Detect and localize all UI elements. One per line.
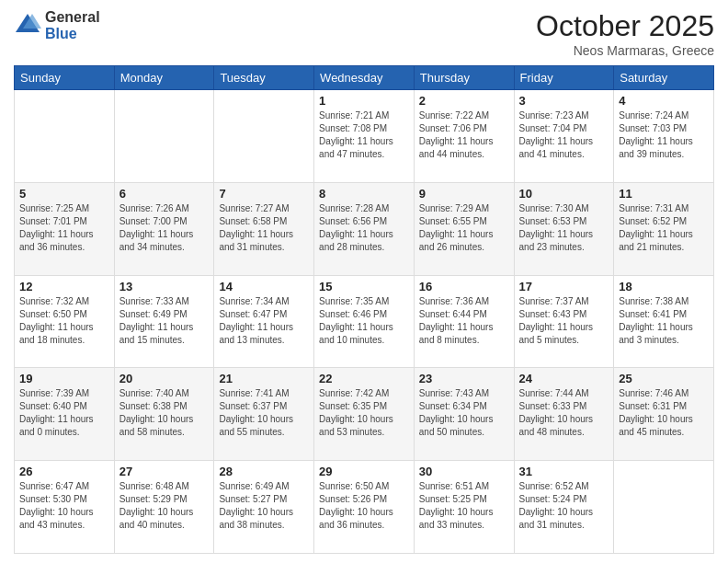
day-number: 6	[119, 187, 210, 201]
day-info: Sunrise: 7:29 AM Sunset: 6:55 PM Dayligh…	[419, 202, 509, 254]
day-info: Sunrise: 7:44 AM Sunset: 6:33 PM Dayligh…	[519, 387, 609, 439]
day-number: 14	[219, 280, 309, 293]
day-info: Sunrise: 7:43 AM Sunset: 6:34 PM Dayligh…	[419, 387, 509, 439]
calendar-cell: 3Sunrise: 7:23 AM Sunset: 7:04 PM Daylig…	[514, 90, 614, 183]
calendar-cell: 17Sunrise: 7:37 AM Sunset: 6:43 PM Dayli…	[514, 275, 614, 368]
day-number: 13	[119, 280, 210, 293]
day-number: 9	[419, 187, 509, 201]
calendar-week-2: 5Sunrise: 7:25 AM Sunset: 7:01 PM Daylig…	[15, 182, 714, 275]
calendar-week-4: 19Sunrise: 7:39 AM Sunset: 6:40 PM Dayli…	[15, 368, 714, 461]
day-info: Sunrise: 7:46 AM Sunset: 6:31 PM Dayligh…	[619, 387, 709, 439]
day-number: 19	[19, 372, 109, 385]
day-number: 30	[419, 465, 509, 478]
calendar-cell: 6Sunrise: 7:26 AM Sunset: 7:00 PM Daylig…	[114, 182, 214, 275]
calendar-cell: 7Sunrise: 7:27 AM Sunset: 6:58 PM Daylig…	[214, 182, 314, 275]
day-number: 1	[319, 94, 409, 108]
day-info: Sunrise: 6:50 AM Sunset: 5:26 PM Dayligh…	[319, 480, 409, 532]
logo-text: General Blue	[45, 9, 100, 41]
day-number: 3	[519, 94, 609, 108]
day-number: 26	[19, 465, 109, 478]
day-number: 23	[419, 372, 509, 385]
logo: General Blue	[14, 9, 100, 41]
calendar-cell	[214, 90, 314, 183]
day-info: Sunrise: 7:32 AM Sunset: 6:50 PM Dayligh…	[19, 295, 109, 347]
calendar-cell: 8Sunrise: 7:28 AM Sunset: 6:56 PM Daylig…	[314, 182, 415, 275]
day-number: 31	[519, 465, 609, 478]
calendar-cell: 20Sunrise: 7:40 AM Sunset: 6:38 PM Dayli…	[114, 368, 214, 461]
day-info: Sunrise: 6:51 AM Sunset: 5:25 PM Dayligh…	[419, 480, 509, 532]
day-number: 17	[519, 280, 609, 293]
day-info: Sunrise: 7:22 AM Sunset: 7:06 PM Dayligh…	[419, 109, 509, 161]
calendar-cell: 22Sunrise: 7:42 AM Sunset: 6:35 PM Dayli…	[314, 368, 415, 461]
day-info: Sunrise: 7:23 AM Sunset: 7:04 PM Dayligh…	[519, 109, 609, 161]
day-number: 12	[19, 280, 109, 293]
calendar-cell: 5Sunrise: 7:25 AM Sunset: 7:01 PM Daylig…	[15, 182, 115, 275]
calendar-cell: 30Sunrise: 6:51 AM Sunset: 5:25 PM Dayli…	[414, 461, 514, 554]
calendar-cell: 26Sunrise: 6:47 AM Sunset: 5:30 PM Dayli…	[15, 461, 115, 554]
day-number: 22	[319, 372, 409, 385]
day-info: Sunrise: 7:34 AM Sunset: 6:47 PM Dayligh…	[219, 295, 309, 347]
day-number: 27	[119, 465, 210, 478]
day-info: Sunrise: 7:39 AM Sunset: 6:40 PM Dayligh…	[19, 387, 109, 439]
title-area: October 2025 Neos Marmaras, Greece	[536, 9, 714, 58]
day-info: Sunrise: 7:36 AM Sunset: 6:44 PM Dayligh…	[419, 295, 509, 347]
calendar-cell: 19Sunrise: 7:39 AM Sunset: 6:40 PM Dayli…	[15, 368, 115, 461]
day-number: 8	[319, 187, 409, 201]
page: General Blue October 2025 Neos Marmaras,…	[0, 0, 728, 563]
day-info: Sunrise: 6:52 AM Sunset: 5:24 PM Dayligh…	[519, 480, 609, 532]
calendar: Sunday Monday Tuesday Wednesday Thursday…	[14, 65, 714, 554]
day-info: Sunrise: 7:30 AM Sunset: 6:53 PM Dayligh…	[519, 202, 609, 254]
col-wednesday: Wednesday	[314, 66, 415, 90]
calendar-cell: 1Sunrise: 7:21 AM Sunset: 7:08 PM Daylig…	[314, 90, 415, 183]
calendar-week-5: 26Sunrise: 6:47 AM Sunset: 5:30 PM Dayli…	[15, 461, 714, 554]
location: Neos Marmaras, Greece	[536, 43, 714, 58]
day-number: 25	[619, 372, 709, 385]
month-title: October 2025	[536, 9, 714, 43]
col-monday: Monday	[114, 66, 214, 90]
day-number: 10	[519, 187, 609, 201]
logo-general: General	[45, 9, 100, 26]
calendar-cell: 28Sunrise: 6:49 AM Sunset: 5:27 PM Dayli…	[214, 461, 314, 554]
day-info: Sunrise: 7:26 AM Sunset: 7:00 PM Dayligh…	[119, 202, 210, 254]
calendar-cell: 31Sunrise: 6:52 AM Sunset: 5:24 PM Dayli…	[514, 461, 614, 554]
calendar-cell: 24Sunrise: 7:44 AM Sunset: 6:33 PM Dayli…	[514, 368, 614, 461]
calendar-cell: 12Sunrise: 7:32 AM Sunset: 6:50 PM Dayli…	[15, 275, 115, 368]
calendar-cell	[15, 90, 115, 183]
day-number: 24	[519, 372, 609, 385]
calendar-body: 1Sunrise: 7:21 AM Sunset: 7:08 PM Daylig…	[15, 90, 714, 554]
day-number: 29	[319, 465, 409, 478]
calendar-cell: 25Sunrise: 7:46 AM Sunset: 6:31 PM Dayli…	[614, 368, 714, 461]
calendar-cell: 27Sunrise: 6:48 AM Sunset: 5:29 PM Dayli…	[114, 461, 214, 554]
day-number: 28	[219, 465, 309, 478]
day-info: Sunrise: 7:33 AM Sunset: 6:49 PM Dayligh…	[119, 295, 210, 347]
day-info: Sunrise: 7:27 AM Sunset: 6:58 PM Dayligh…	[219, 202, 309, 254]
col-friday: Friday	[514, 66, 614, 90]
header: General Blue October 2025 Neos Marmaras,…	[14, 9, 714, 58]
day-info: Sunrise: 6:47 AM Sunset: 5:30 PM Dayligh…	[19, 480, 109, 532]
day-info: Sunrise: 6:48 AM Sunset: 5:29 PM Dayligh…	[119, 480, 210, 532]
day-info: Sunrise: 6:49 AM Sunset: 5:27 PM Dayligh…	[219, 480, 309, 532]
day-info: Sunrise: 7:42 AM Sunset: 6:35 PM Dayligh…	[319, 387, 409, 439]
day-number: 2	[419, 94, 509, 108]
calendar-cell: 11Sunrise: 7:31 AM Sunset: 6:52 PM Dayli…	[614, 182, 714, 275]
calendar-cell: 23Sunrise: 7:43 AM Sunset: 6:34 PM Dayli…	[414, 368, 514, 461]
calendar-cell: 13Sunrise: 7:33 AM Sunset: 6:49 PM Dayli…	[114, 275, 214, 368]
logo-icon	[14, 12, 41, 40]
day-number: 15	[319, 280, 409, 293]
day-info: Sunrise: 7:40 AM Sunset: 6:38 PM Dayligh…	[119, 387, 210, 439]
logo-blue: Blue	[45, 26, 100, 42]
day-number: 5	[19, 187, 109, 201]
calendar-header-row: Sunday Monday Tuesday Wednesday Thursday…	[15, 66, 714, 90]
calendar-cell: 16Sunrise: 7:36 AM Sunset: 6:44 PM Dayli…	[414, 275, 514, 368]
day-info: Sunrise: 7:24 AM Sunset: 7:03 PM Dayligh…	[619, 109, 709, 161]
day-info: Sunrise: 7:21 AM Sunset: 7:08 PM Dayligh…	[319, 109, 409, 161]
calendar-cell: 2Sunrise: 7:22 AM Sunset: 7:06 PM Daylig…	[414, 90, 514, 183]
calendar-cell: 21Sunrise: 7:41 AM Sunset: 6:37 PM Dayli…	[214, 368, 314, 461]
day-info: Sunrise: 7:38 AM Sunset: 6:41 PM Dayligh…	[619, 295, 709, 347]
day-info: Sunrise: 7:31 AM Sunset: 6:52 PM Dayligh…	[619, 202, 709, 254]
col-saturday: Saturday	[614, 66, 714, 90]
calendar-cell	[614, 461, 714, 554]
day-info: Sunrise: 7:37 AM Sunset: 6:43 PM Dayligh…	[519, 295, 609, 347]
calendar-cell: 9Sunrise: 7:29 AM Sunset: 6:55 PM Daylig…	[414, 182, 514, 275]
calendar-cell: 14Sunrise: 7:34 AM Sunset: 6:47 PM Dayli…	[214, 275, 314, 368]
